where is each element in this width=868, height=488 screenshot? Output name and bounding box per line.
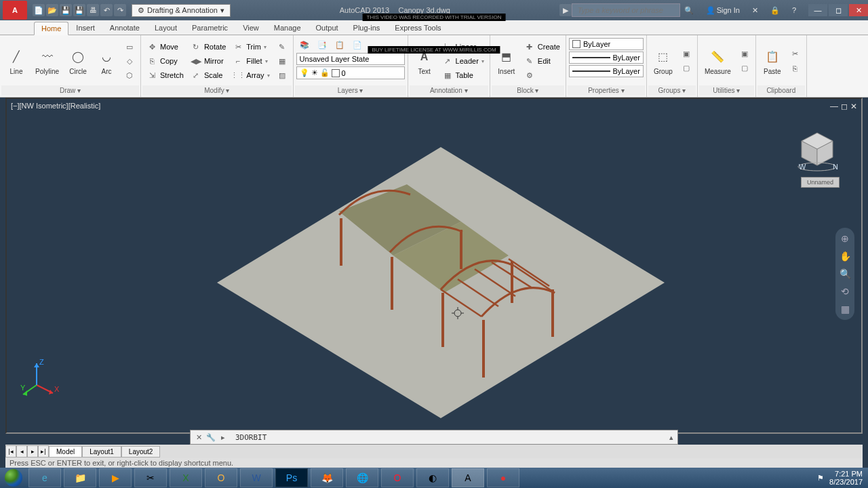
arc-button[interactable]: ◡Arc	[93, 46, 120, 77]
rotate-button[interactable]: ↻Rotate	[188, 40, 229, 54]
qat-open-icon[interactable]: 📂	[46, 4, 58, 16]
paste-button[interactable]: 📋Paste	[759, 46, 786, 77]
line-button[interactable]: ╱Line	[3, 46, 30, 77]
tab-layout[interactable]: Layout	[147, 21, 184, 35]
panel-modify-title[interactable]: Modify ▾	[142, 85, 292, 96]
panel-utilities-title[interactable]: Utilities ▾	[699, 85, 754, 96]
trim-button[interactable]: ✂Trim	[230, 40, 272, 54]
layout-tab-2[interactable]: Layout2	[121, 446, 161, 458]
copy-button[interactable]: ⎘Copy	[144, 54, 186, 68]
workspace-dropdown[interactable]: Drafting & Annotation ▾	[132, 4, 231, 17]
block-extra[interactable]: ⚙	[521, 68, 563, 82]
layer-btn-2[interactable]: 📑	[314, 38, 330, 52]
vp-close-icon[interactable]: ✕	[850, 102, 857, 111]
minimize-button[interactable]: —	[808, 4, 827, 16]
app-menu-icon[interactable]: A	[3, 1, 27, 20]
fillet-button[interactable]: ⌐Fillet	[230, 54, 272, 68]
layer-prop-button[interactable]: 📚	[296, 38, 313, 52]
title-play-icon[interactable]: ▶	[559, 4, 572, 16]
help-icon[interactable]: ?	[788, 5, 800, 16]
viewport-label[interactable]: [−][NW Isometric][Realistic]	[11, 102, 100, 110]
cmd-expand-icon[interactable]: ▴	[665, 433, 677, 442]
start-button[interactable]	[0, 468, 27, 488]
create-block-button[interactable]: ✚Create	[521, 40, 563, 54]
task-photoshop[interactable]: Ps	[275, 468, 308, 487]
task-excel[interactable]: X	[170, 468, 202, 487]
move-button[interactable]: ✥Move	[144, 40, 186, 54]
layout-tab-1[interactable]: Layout1	[82, 446, 121, 458]
layout-first-icon[interactable]: |◂	[5, 445, 16, 458]
qat-redo-icon[interactable]: ↷	[114, 4, 126, 16]
layout-next-icon[interactable]: ▸	[27, 445, 38, 458]
scale-button[interactable]: ⤢Scale	[188, 68, 229, 82]
tab-view[interactable]: View	[235, 21, 267, 35]
util-extra-1[interactable]: ▣	[736, 47, 753, 61]
task-opera[interactable]: O	[381, 468, 414, 487]
color-dropdown[interactable]: ByLayer	[569, 38, 644, 50]
lineweight-dropdown[interactable]: ByLayer	[569, 52, 644, 64]
nav-zoom-icon[interactable]: 🔍	[840, 268, 851, 279]
cmd-close-icon[interactable]: ✕	[193, 432, 204, 443]
tab-manage[interactable]: Manage	[267, 21, 309, 35]
task-autocad[interactable]: A	[452, 468, 484, 487]
task-firefox[interactable]: 🦊	[311, 468, 343, 487]
modify-extra-1[interactable]: ✎	[274, 40, 290, 54]
linetype-dropdown[interactable]: ByLayer	[569, 65, 644, 77]
infocenter-icon[interactable]: 🔍	[680, 5, 698, 16]
task-ie[interactable]: e	[28, 468, 61, 487]
maximize-button[interactable]: ◻	[829, 4, 848, 16]
nav-showmotion-icon[interactable]: ▦	[841, 304, 850, 314]
tab-plugins[interactable]: Plug-ins	[346, 21, 388, 35]
layer-state-dropdown[interactable]: Unsaved Layer State	[296, 53, 405, 65]
circle-button[interactable]: ◯Circle	[64, 46, 92, 77]
task-word[interactable]: W	[240, 468, 273, 487]
tab-insert[interactable]: Insert	[68, 21, 102, 35]
panel-groups-title[interactable]: Groups ▾	[648, 85, 696, 96]
nav-orbit-icon[interactable]: ⟲	[841, 286, 849, 297]
layout-prev-icon[interactable]: ◂	[16, 445, 27, 458]
cmd-recent-icon[interactable]: ▸	[218, 432, 229, 443]
qat-new-icon[interactable]: 📄	[33, 4, 45, 16]
group-extra-2[interactable]: ▢	[678, 62, 694, 75]
vp-minimize-icon[interactable]: —	[830, 102, 838, 111]
layer-btn-3[interactable]: 📋	[332, 38, 348, 52]
panel-layers-title[interactable]: Layers ▾	[295, 85, 406, 96]
task-app[interactable]: ◐	[416, 468, 449, 487]
layout-tab-model[interactable]: Model	[49, 446, 82, 458]
tab-parametric[interactable]: Parametric	[184, 21, 235, 35]
panel-properties-title[interactable]: Properties ▾	[568, 85, 645, 96]
task-chrome[interactable]: 🌐	[346, 468, 378, 487]
signin-button[interactable]: 👤 Sign In	[702, 5, 744, 16]
viewcube[interactable]: W N	[793, 126, 841, 174]
util-extra-2[interactable]: ▢	[736, 62, 753, 75]
layout-last-icon[interactable]: ▸|	[38, 445, 49, 458]
layer-btn-4[interactable]: 📄	[349, 38, 366, 52]
stretch-button[interactable]: ⇲Stretch	[144, 68, 186, 82]
copy-clip-button[interactable]: ⎘	[787, 62, 804, 75]
layer-current-dropdown[interactable]: 💡 ☀ 🔓 0	[296, 66, 405, 79]
modify-extra-2[interactable]: ▦	[274, 54, 290, 68]
polyline-button[interactable]: 〰Polyline	[31, 46, 63, 77]
tray-flag-icon[interactable]: ⚑	[817, 474, 824, 483]
mirror-button[interactable]: ◀▶Mirror	[188, 54, 229, 68]
close-button[interactable]: ✕	[849, 4, 868, 16]
draw-extra-2[interactable]: ◇	[121, 54, 138, 68]
task-explorer[interactable]: 📁	[64, 468, 96, 487]
nav-fullnav-icon[interactable]: ⊕	[841, 233, 849, 244]
qat-saveas-icon[interactable]: 💾	[73, 4, 85, 16]
tab-annotate[interactable]: Annotate	[102, 21, 147, 35]
stay-connected-icon[interactable]: 🔒	[766, 5, 784, 16]
drawing-viewport[interactable]: [−][NW Isometric][Realistic] — ◻ ✕	[5, 98, 863, 434]
tab-express[interactable]: Express Tools	[387, 21, 448, 35]
panel-draw-title[interactable]: Draw ▾	[1, 85, 139, 96]
search-input[interactable]	[572, 3, 680, 17]
cut-button[interactable]: ✂	[787, 47, 804, 61]
measure-button[interactable]: 📏Measure	[701, 46, 735, 77]
task-snip[interactable]: ✂	[134, 468, 167, 487]
nav-pan-icon[interactable]: ✋	[840, 251, 851, 262]
exchange-icon[interactable]: ✕	[748, 5, 762, 16]
draw-extra-3[interactable]: ⬡	[121, 68, 138, 82]
command-line[interactable]: ✕ 🔧 ▸ 3DORBIT ▴	[190, 430, 678, 445]
task-record[interactable]: ●	[487, 468, 519, 487]
vp-maximize-icon[interactable]: ◻	[841, 102, 848, 111]
